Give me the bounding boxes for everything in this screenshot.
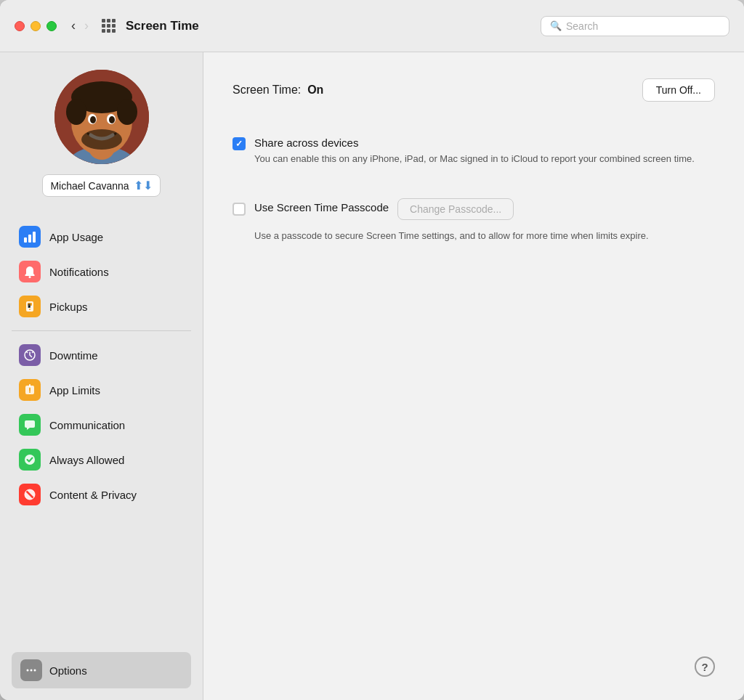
- downtime-icon: [19, 344, 41, 366]
- passcode-checkbox[interactable]: [232, 203, 246, 216]
- svg-text:📱: 📱: [27, 304, 32, 309]
- notifications-label: Notifications: [49, 266, 109, 278]
- svg-rect-14: [33, 232, 36, 243]
- sidebar-item-content-privacy[interactable]: Content & Privacy: [12, 478, 191, 511]
- screen-time-status: Screen Time: On: [232, 84, 323, 97]
- sidebar-item-downtime[interactable]: Downtime: [12, 338, 191, 372]
- app-usage-icon: [19, 226, 41, 248]
- title-bar: ‹ › Screen Time 🔍: [0, 0, 744, 52]
- forward-button[interactable]: ›: [81, 17, 92, 35]
- notifications-icon: [19, 261, 41, 282]
- svg-rect-13: [28, 235, 31, 243]
- sidebar-item-app-usage[interactable]: App Usage: [12, 220, 191, 253]
- content-privacy-label: Content & Privacy: [49, 489, 137, 501]
- svg-point-15: [29, 276, 31, 278]
- svg-point-30: [34, 670, 36, 672]
- app-limits-icon: [19, 379, 41, 401]
- chevron-updown-icon: ⬆⬇: [134, 179, 153, 192]
- svg-point-28: [27, 670, 29, 672]
- sidebar-divider-1: [12, 330, 191, 331]
- back-button[interactable]: ‹: [68, 17, 78, 35]
- main-window: ‹ › Screen Time 🔍: [0, 0, 744, 700]
- share-devices-desc: You can enable this on any iPhone, iPad,…: [254, 152, 715, 166]
- sidebar-item-always-allowed[interactable]: Always Allowed: [12, 443, 191, 476]
- app-usage-label: App Usage: [49, 231, 103, 243]
- pickups-icon: 📱: [19, 296, 41, 317]
- svg-point-18: [29, 309, 31, 310]
- search-icon: 🔍: [550, 20, 562, 31]
- sidebar-item-pickups[interactable]: 📱 Pickups: [12, 290, 191, 323]
- passcode-desc: Use a passcode to secure Screen Time set…: [254, 229, 715, 243]
- sidebar-nav: App Usage Notifications: [12, 220, 191, 652]
- traffic-lights: [15, 21, 57, 31]
- user-selector[interactable]: Michael Cavanna ⬆⬇: [42, 174, 160, 197]
- options-label: Options: [49, 664, 87, 677]
- communication-icon: [19, 414, 41, 436]
- close-button[interactable]: [15, 21, 25, 31]
- svg-point-5: [66, 99, 86, 125]
- share-devices-content: Share across devices You can enable this…: [254, 137, 715, 166]
- downtime-label: Downtime: [49, 349, 98, 362]
- svg-point-11: [81, 129, 122, 150]
- svg-point-6: [117, 99, 137, 125]
- options-button[interactable]: Options: [12, 652, 191, 688]
- svg-rect-23: [25, 420, 35, 428]
- user-name: Michael Cavanna: [50, 180, 129, 192]
- svg-point-22: [29, 391, 31, 393]
- share-devices-label: Share across devices: [254, 137, 715, 149]
- svg-point-29: [31, 670, 33, 672]
- share-devices-checkbox[interactable]: [232, 137, 246, 150]
- always-allowed-icon: [19, 449, 41, 471]
- sidebar-item-communication[interactable]: Communication: [12, 408, 191, 441]
- main-content: Michael Cavanna ⬆⬇ App Usage: [0, 52, 744, 700]
- window-title: Screen Time: [126, 19, 541, 33]
- search-bar[interactable]: 🔍: [541, 16, 729, 36]
- app-limits-label: App Limits: [49, 384, 100, 396]
- search-input[interactable]: [566, 20, 720, 32]
- always-allowed-label: Always Allowed: [49, 454, 124, 466]
- sidebar: Michael Cavanna ⬆⬇ App Usage: [0, 52, 203, 700]
- maximize-button[interactable]: [46, 21, 57, 31]
- communication-label: Communication: [49, 419, 125, 431]
- avatar: [54, 70, 149, 164]
- avatar-section: Michael Cavanna ⬆⬇: [12, 70, 191, 197]
- screen-time-header: Screen Time: On Turn Off...: [232, 78, 715, 102]
- help-button[interactable]: ?: [695, 656, 715, 677]
- sidebar-footer: Options: [12, 652, 191, 688]
- minimize-button[interactable]: [31, 21, 41, 31]
- passcode-label: Use Screen Time Passcode: [254, 201, 389, 213]
- passcode-row: Use Screen Time Passcode Change Passcode…: [232, 198, 715, 220]
- passcode-section: Use Screen Time Passcode Change Passcode…: [232, 198, 715, 243]
- detail-area: Screen Time: On Turn Off... Share across…: [203, 52, 744, 700]
- options-icon: [20, 659, 42, 681]
- pickups-label: Pickups: [49, 301, 88, 313]
- sidebar-item-notifications[interactable]: Notifications: [12, 255, 191, 288]
- content-privacy-icon: [19, 484, 41, 505]
- grid-icon[interactable]: [102, 19, 116, 33]
- sidebar-item-app-limits[interactable]: App Limits: [12, 373, 191, 407]
- share-devices-row: Share across devices You can enable this…: [232, 137, 715, 166]
- svg-point-10: [109, 116, 115, 123]
- turn-off-button[interactable]: Turn Off...: [642, 78, 715, 102]
- change-passcode-button: Change Passcode...: [397, 198, 514, 220]
- svg-point-9: [90, 116, 96, 123]
- nav-buttons: ‹ ›: [68, 17, 92, 35]
- svg-rect-12: [24, 237, 27, 243]
